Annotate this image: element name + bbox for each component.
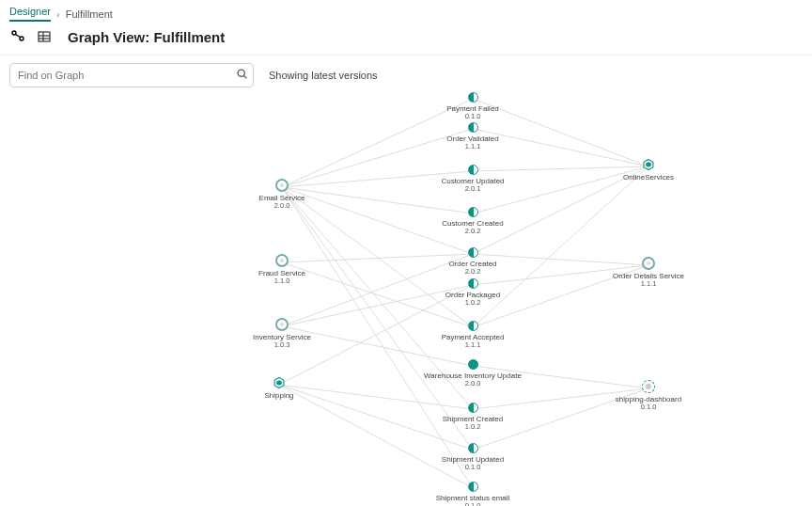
node-version: 1.0.2 (416, 299, 529, 308)
svg-point-0 (12, 31, 16, 35)
graph-node-fraudService[interactable]: Fraud Service1.1.0 (226, 254, 338, 286)
breadcrumb-root[interactable]: Designer (9, 6, 51, 22)
module-hex-icon (273, 376, 286, 389)
node-version: 1.1.1 (416, 341, 529, 350)
node-label: Shipping (223, 391, 336, 400)
node-version: 2.0.2 (416, 268, 529, 277)
module-hex-icon (642, 158, 655, 171)
graph-node-orderCreated[interactable]: Order Created2.0.2 (416, 247, 529, 277)
node-version: 0.1.0 (416, 464, 529, 472)
graph-node-customerUpdated[interactable]: Customer Updated2.0.1 (416, 165, 529, 194)
graph-node-emailService[interactable]: Email Service2.0.0 (226, 179, 338, 211)
graph-node-shipmentUpdated[interactable]: Shipment Updated0.1.0 (416, 443, 529, 472)
node-version: 1.1.1 (416, 143, 529, 151)
event-solid-icon (468, 359, 478, 370)
node-version: 2.0.2 (416, 228, 529, 236)
breadcrumb: Designer › Fulfillment (0, 0, 812, 24)
graph-node-paymentAccepted[interactable]: Payment Accepted1.1.1 (416, 321, 529, 350)
graph-node-warehouseInvUpdate[interactable]: Warehouse Inventory Update2.0.0 (416, 359, 529, 388)
graph-node-inventoryService[interactable]: Inventory Service1.0.3 (226, 318, 338, 350)
svg-line-26 (279, 385, 473, 488)
service-icon (275, 254, 289, 267)
event-icon (468, 321, 478, 331)
toolbar: Graph View: Fulfillment (0, 24, 812, 55)
node-version: 2.0.0 (226, 202, 338, 211)
event-icon (468, 247, 478, 258)
svg-rect-3 (39, 32, 50, 41)
graph-node-shipmentCreated[interactable]: Shipment Created1.0.2 (416, 403, 529, 432)
event-icon (468, 443, 478, 453)
node-version: 2.0.0 (416, 380, 529, 388)
node-version: 2.0.1 (416, 185, 529, 194)
graph-edges (0, 75, 812, 506)
graph-node-paymentFailed[interactable]: Payment Failed0.1.0 (416, 92, 529, 121)
table-view-icon[interactable] (36, 28, 53, 45)
breadcrumb-current: Fulfillment (66, 8, 113, 20)
node-version: 0.1.0 (592, 403, 705, 412)
event-icon (468, 278, 478, 289)
event-icon (468, 122, 478, 133)
service-icon (275, 179, 289, 192)
dashboard-icon (642, 380, 655, 393)
node-label: OnlineServices (592, 173, 705, 182)
event-icon (468, 482, 478, 492)
node-version: 1.1.1 (592, 280, 705, 289)
event-icon (468, 165, 478, 175)
event-icon (468, 207, 478, 217)
graph-node-shipmentStatusEmail[interactable]: Shipment status email0.1.0 (416, 482, 529, 506)
svg-point-1 (20, 37, 23, 40)
node-version: 1.0.3 (226, 341, 338, 350)
svg-line-2 (16, 35, 21, 38)
page-title: Graph View: Fulfillment (68, 29, 225, 45)
node-version: 0.1.0 (416, 113, 529, 121)
event-icon (468, 92, 478, 103)
event-icon (468, 403, 478, 413)
node-version: 0.1.0 (416, 502, 529, 506)
graph-node-shippingDashboard[interactable]: shipping-dashboard0.1.0 (592, 380, 705, 412)
chevron-right-icon: › (56, 8, 60, 20)
graph-node-orderDetailsService[interactable]: Order Details Service1.1.1 (592, 257, 705, 289)
node-version: 1.0.2 (416, 423, 529, 432)
service-icon (642, 257, 655, 270)
graph-node-customerCreated[interactable]: Customer Created2.0.2 (416, 207, 529, 236)
graph-node-onlineServices[interactable]: OnlineServices (592, 158, 705, 182)
graph-canvas[interactable]: Email Service2.0.0Fraud Service1.1.0Inve… (0, 75, 812, 506)
graph-node-orderPackaged[interactable]: Order Packaged1.0.2 (416, 278, 529, 308)
service-icon (275, 318, 289, 331)
graph-node-orderValidated[interactable]: Order Validated1.1.1 (416, 122, 529, 151)
node-version: 1.1.0 (226, 277, 338, 286)
graph-node-shipping[interactable]: Shipping (223, 376, 336, 400)
graph-view-icon[interactable] (9, 28, 26, 45)
